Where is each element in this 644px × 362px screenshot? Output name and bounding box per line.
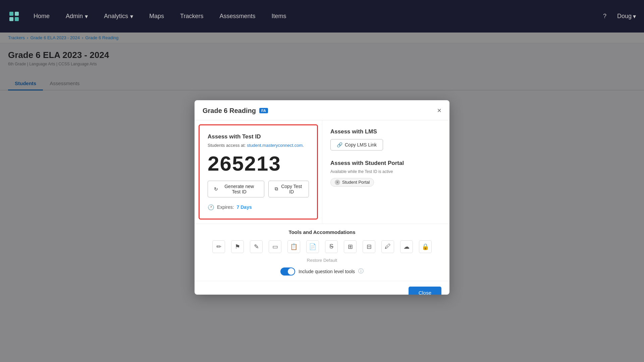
chevron-down-icon: ▾ [85,13,88,20]
lms-section-title: Assess with LMS [330,128,441,135]
assess-modal: Grade 6 Reading FA × Assess with Test ID… [195,100,449,295]
edit-tool-icon[interactable]: ✏ [212,240,225,253]
tools-section: Tools and Accommodations ✏ ⚑ ✎ ▭ 📋 📄 S ⊞… [195,224,449,281]
copy-icon: ⧉ [275,186,278,192]
lms-section: Assess with LMS 🔗 Copy LMS Link [330,128,441,150]
nav-items[interactable]: Items [269,11,289,21]
portal-available-text: Available while the Test ID is active [330,169,441,174]
refresh-icon: ↻ [214,186,218,192]
modal-header: Grade 6 Reading FA × [195,100,449,120]
flag-tool-icon[interactable]: ⚑ [231,240,244,253]
portal-tag-label: Student Portal [342,180,370,185]
logo[interactable] [8,10,20,22]
expires-value: 7 Days [237,204,252,210]
cloud-tool-icon[interactable]: ☁ [400,240,413,253]
modal-body: Assess with Test ID Students access at: … [195,120,449,224]
student-portal-link[interactable]: student.masteryconnect.com [247,143,303,148]
top-navigation: Home Admin ▾ Analytics ▾ Maps Trackers A… [0,0,644,33]
strikethrough-tool-icon[interactable]: S [325,240,338,253]
svg-rect-1 [15,12,19,16]
portal-section-title: Assess with Student Portal [330,160,441,167]
students-access-text: Students access at: student.masteryconne… [208,143,309,148]
question-level-tools-toggle[interactable] [280,267,295,276]
svg-rect-2 [9,17,13,21]
modal-footer: Close [195,281,449,295]
toggle-label: Include question level tools [299,269,355,274]
close-modal-button[interactable]: Close [409,287,441,295]
portal-remove-button[interactable]: × [335,180,340,185]
info-icon[interactable]: ⓘ [358,268,364,275]
question-mark-icon: ? [603,13,606,20]
nav-assessments[interactable]: Assessments [217,11,258,21]
tools-section-title: Tools and Accommodations [203,229,441,235]
student-portal-section: Assess with Student Portal Available whi… [330,160,441,187]
clock-icon: 🕐 [208,204,214,210]
document-tool-icon[interactable]: 📄 [306,240,319,253]
test-id-section-title: Assess with Test ID [208,133,309,140]
help-button[interactable]: ? [600,11,609,21]
nav-trackers[interactable]: Trackers [177,11,206,21]
restore-default-link[interactable]: Restore Default [203,258,441,263]
generate-test-id-button[interactable]: ↻ Generate new Test ID [208,181,264,197]
nav-maps[interactable]: Maps [147,11,167,21]
eraser-tool-icon[interactable]: ▭ [269,240,281,253]
lock-tool-icon[interactable]: 🔒 [419,240,432,253]
copy-lms-link-button[interactable]: 🔗 Copy LMS Link [330,139,383,150]
chevron-down-icon: ▾ [633,13,636,20]
calculator-tool-icon[interactable]: ⊞ [344,240,357,253]
nav-home[interactable]: Home [31,11,52,21]
toggle-row: Include question level tools ⓘ [203,267,441,276]
svg-rect-0 [9,12,13,16]
calculator2-tool-icon[interactable]: ⊟ [363,240,375,253]
test-id-panel: Assess with Test ID Students access at: … [199,124,318,220]
test-id-number: 265213 [208,153,309,174]
nav-analytics[interactable]: Analytics ▾ [101,11,136,21]
nav-right-section: ? Doug ▾ [600,11,636,21]
portal-tag: × Student Portal [330,178,374,187]
chevron-down-icon: ▾ [130,13,133,20]
link-icon: 🔗 [337,142,342,147]
pencil-tool-icon[interactable]: ✎ [250,240,263,253]
tools-icons-row: ✏ ⚑ ✎ ▭ 📋 📄 S ⊞ ⊟ 🖊 ☁ 🔒 [203,240,441,253]
copy-test-id-button[interactable]: ⧉ Copy Test ID [268,181,309,197]
clipboard-tool-icon[interactable]: 📋 [287,240,300,253]
pen-tool-icon[interactable]: 🖊 [381,240,394,253]
test-id-buttons: ↻ Generate new Test ID ⧉ Copy Test ID [208,181,309,197]
modal-close-button[interactable]: × [437,107,441,114]
expires-row: 🕐 Expires: 7 Days [208,204,309,210]
svg-rect-3 [15,17,19,21]
right-panel: Assess with LMS 🔗 Copy LMS Link Assess w… [322,120,449,224]
nav-admin[interactable]: Admin ▾ [63,11,91,21]
modal-title: Grade 6 Reading FA [203,107,268,115]
user-menu[interactable]: Doug ▾ [617,13,636,20]
modal-overlay: Grade 6 Reading FA × Assess with Test ID… [0,33,644,362]
modal-badge: FA [259,108,268,113]
